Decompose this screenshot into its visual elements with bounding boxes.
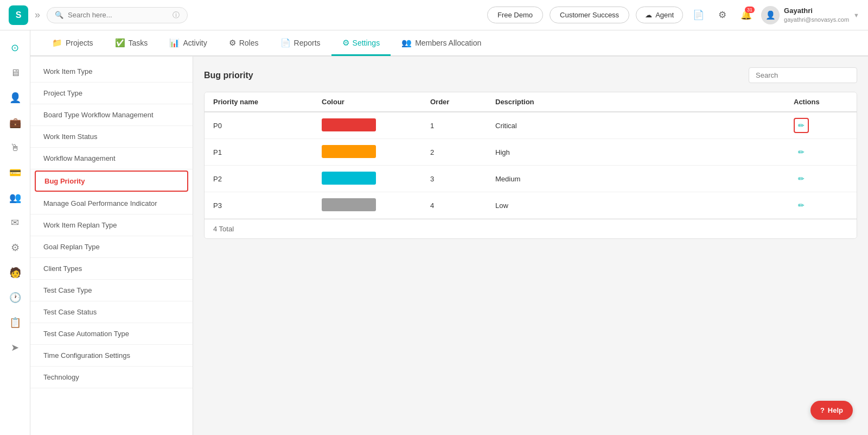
free-demo-button[interactable]: Free Demo: [487, 7, 543, 23]
search-bar[interactable]: 🔍 ⓘ: [47, 7, 188, 23]
settings-item-test-case-status[interactable]: Test Case Status: [30, 301, 193, 323]
color-swatch-p2: [322, 172, 376, 185]
tab-roles[interactable]: ⚙ Roles: [218, 31, 270, 56]
roles-icon: ⚙: [229, 38, 236, 48]
sidebar-icon-dashboard[interactable]: ⊙: [4, 37, 26, 59]
agent-button[interactable]: ☁ Agent: [636, 7, 683, 23]
panel-search-input[interactable]: [749, 67, 857, 83]
cell-priority-name: P3: [213, 201, 322, 210]
cell-description: Low: [495, 201, 794, 210]
avatar-image: 👤: [761, 6, 780, 24]
main-panel: Bug priority Priority name Colour Order …: [193, 56, 868, 435]
table-row: P3 4 Low ✏: [205, 192, 857, 219]
sidebar-icon-monitor[interactable]: 🖥: [4, 62, 26, 84]
cell-description: Critical: [495, 122, 794, 130]
customer-success-button[interactable]: Customer Success: [550, 7, 629, 23]
topbar: S » 🔍 ⓘ Free Demo Customer Success ☁ Age…: [0, 0, 868, 30]
edit-button-p2[interactable]: ✏: [794, 171, 809, 186]
tab-settings[interactable]: ⚙ Settings: [331, 31, 391, 56]
col-header-description: Description: [495, 98, 794, 106]
search-input[interactable]: [68, 11, 165, 19]
cell-colour: [322, 172, 430, 186]
col-header-priority-name: Priority name: [213, 98, 322, 106]
settings-item-work-item-type[interactable]: Work Item Type: [30, 61, 193, 83]
cell-priority-name: P1: [213, 148, 322, 156]
edit-button-p1[interactable]: ✏: [794, 144, 809, 160]
sidebar-icon-card[interactable]: 💳: [4, 162, 26, 184]
user-avatar[interactable]: 👤 Gayathri gayathri@snovasys.com ▼: [761, 6, 859, 24]
sidebar-icon-mail[interactable]: ✉: [4, 212, 26, 234]
document-icon-button[interactable]: 📄: [690, 7, 707, 24]
cell-priority-name: P0: [213, 122, 322, 130]
cell-order: 4: [430, 201, 495, 210]
tab-projects[interactable]: 📁 Projects: [41, 31, 104, 56]
col-header-actions: Actions: [794, 98, 848, 106]
settings-item-time-config[interactable]: Time Configuration Settings: [30, 345, 193, 367]
table-row: P0 1 Critical ✏: [205, 112, 857, 139]
sidebar-icon-group[interactable]: 👥: [4, 187, 26, 209]
settings-item-technology[interactable]: Technology: [30, 367, 193, 388]
expand-icon[interactable]: »: [35, 9, 40, 21]
sidebar-icon-send[interactable]: ➤: [4, 337, 26, 358]
settings-sidebar: Work Item Type Project Type Board Type W…: [30, 56, 193, 435]
sidebar-icon-briefcase[interactable]: 💼: [4, 112, 26, 134]
cell-actions: ✏: [794, 198, 848, 213]
cell-order: 2: [430, 148, 495, 156]
sidebar-icon-user2[interactable]: 🧑: [4, 262, 26, 283]
table-row: P2 3 Medium ✏: [205, 166, 857, 192]
table-footer: 4 Total: [205, 219, 857, 238]
color-swatch-p0: [322, 118, 376, 131]
cell-order: 1: [430, 122, 495, 130]
cell-order: 3: [430, 175, 495, 183]
panel-title: Bug priority: [204, 71, 253, 80]
settings-item-manage-goal[interactable]: Manage Goal Performance Indicator: [30, 193, 193, 215]
search-icon: 🔍: [55, 11, 63, 19]
projects-icon: 📁: [52, 38, 62, 48]
agent-icon: ☁: [645, 11, 652, 19]
settings-item-test-case-type[interactable]: Test Case Type: [30, 280, 193, 301]
edit-button-p0[interactable]: ✏: [794, 118, 809, 133]
settings-item-work-item-replan[interactable]: Work Item Replan Type: [30, 215, 193, 236]
sidebar-icon-desktop[interactable]: 🖱: [4, 137, 26, 159]
edit-button-p3[interactable]: ✏: [794, 198, 809, 213]
sidebar-icon-clock[interactable]: 🕐: [4, 287, 26, 308]
tab-tasks[interactable]: ✅ Tasks: [104, 31, 159, 56]
user-name: Gayathri: [784, 7, 849, 16]
settings-icon-button[interactable]: ⚙: [713, 7, 731, 24]
cell-actions: ✏: [794, 171, 848, 186]
notification-button[interactable]: 🔔 31: [737, 7, 755, 24]
panel-header: Bug priority: [204, 67, 857, 83]
sidebar-icon-report[interactable]: 📋: [4, 312, 26, 333]
document-icon: 📄: [693, 9, 704, 21]
tab-activity[interactable]: 📊 Activity: [158, 31, 218, 56]
cell-colour: [322, 198, 430, 213]
app-logo: S: [9, 5, 28, 25]
cell-priority-name: P2: [213, 175, 322, 183]
total-count: 4 Total: [213, 225, 234, 233]
tab-members-allocation[interactable]: 👥 Members Allocation: [391, 31, 492, 56]
sidebar-icon-person[interactable]: 👤: [4, 87, 26, 109]
settings-item-work-item-status[interactable]: Work Item Status: [30, 126, 193, 148]
settings-item-workflow-management[interactable]: Workflow Management: [30, 148, 193, 169]
settings-item-board-type[interactable]: Board Type Workflow Management: [30, 104, 193, 126]
chevron-down-icon: ▼: [853, 12, 859, 18]
table-header: Priority name Colour Order Description A…: [205, 92, 857, 112]
tab-reports[interactable]: 📄 Reports: [270, 31, 331, 56]
help-button[interactable]: ? Help: [810, 401, 853, 420]
tasks-icon: ✅: [115, 38, 125, 48]
info-icon: ⓘ: [173, 10, 180, 20]
sidebar-icon-settings[interactable]: ⚙: [4, 237, 26, 259]
color-swatch-p1: [322, 145, 376, 158]
main-area: 📁 Projects ✅ Tasks 📊 Activity ⚙ Roles 📄 …: [30, 30, 868, 435]
settings-item-test-case-automation[interactable]: Test Case Automation Type: [30, 323, 193, 345]
settings-item-project-type[interactable]: Project Type: [30, 83, 193, 104]
settings-item-goal-replan[interactable]: Goal Replan Type: [30, 236, 193, 258]
reports-icon: 📄: [280, 38, 291, 48]
col-header-colour: Colour: [322, 98, 430, 106]
content-area: Work Item Type Project Type Board Type W…: [30, 56, 868, 435]
settings-item-client-types[interactable]: Client Types: [30, 258, 193, 280]
help-icon: ?: [820, 406, 825, 414]
tabs-bar: 📁 Projects ✅ Tasks 📊 Activity ⚙ Roles 📄 …: [30, 30, 868, 56]
notification-badge: 31: [745, 7, 755, 13]
settings-item-bug-priority[interactable]: Bug Priority: [35, 171, 188, 192]
